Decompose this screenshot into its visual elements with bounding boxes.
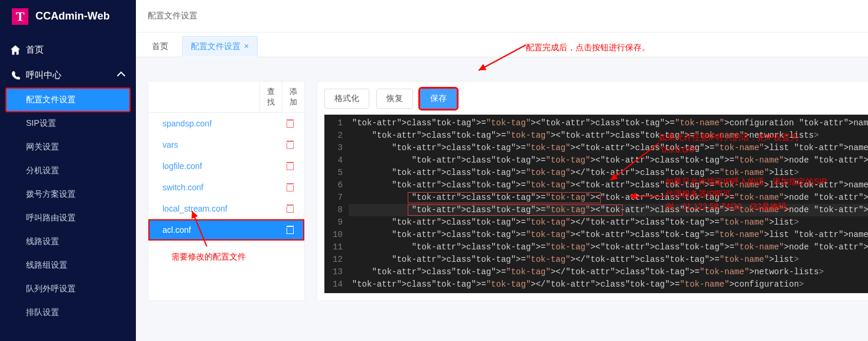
file-add-button[interactable]: 添加 [282, 82, 304, 112]
nav-sub-queueout[interactable]: 队列外呼设置 [0, 277, 136, 301]
breadcrumb: 配置文件设置 [136, 0, 868, 33]
tab-config[interactable]: 配置文件设置× [182, 36, 258, 57]
file-panel: 查找 添加 spandsp.conf vars logfile.conf swi… [148, 81, 305, 301]
nav-sub-sip[interactable]: SIP设置 [0, 112, 136, 135]
trash-icon[interactable] [287, 226, 295, 234]
file-item-label: spandsp.conf [162, 119, 212, 128]
file-item[interactable]: logfile.conf [148, 155, 304, 177]
trash-icon[interactable] [287, 204, 295, 213]
nav-submenu: 配置文件设置 SIP设置 网关设置 分机设置 拨号方案设置 呼叫路由设置 线路设… [0, 88, 136, 324]
trash-icon[interactable] [287, 162, 295, 170]
code-body[interactable]: "tok-attr">class"tok-tag">="tok-tag"><"t… [349, 115, 868, 293]
file-panel-head: 查找 添加 [148, 82, 304, 113]
editor-panel: 格式化 恢复 保存 1234567891011121314 "tok-attr"… [317, 81, 868, 301]
nav-home-label: 首页 [26, 44, 44, 56]
file-item[interactable]: spandsp.conf [148, 113, 304, 134]
sidebar: 首页 呼叫中心 配置文件设置 SIP设置 网关设置 分机设置 拨号方案设置 呼叫… [0, 33, 136, 341]
nav-sub-callroute[interactable]: 呼叫路由设置 [0, 206, 136, 230]
tabs: 首页 配置文件设置× [136, 33, 868, 57]
nav-sub-gateway[interactable]: 网关设置 [0, 135, 136, 159]
trash-icon[interactable] [287, 183, 295, 191]
file-item[interactable]: switch.conf [148, 177, 304, 198]
nav-sub-line[interactable]: 线路设置 [0, 230, 136, 254]
file-item-label: vars [162, 140, 178, 150]
workspace: 查找 添加 spandsp.conf vars logfile.conf swi… [136, 57, 868, 313]
file-item-label: logfile.conf [162, 161, 202, 171]
file-find-button[interactable]: 查找 [259, 82, 282, 112]
file-item-label: switch.conf [162, 183, 203, 192]
brand-logo: T [12, 8, 28, 25]
nav-callcenter[interactable]: 呼叫中心 [0, 63, 136, 88]
file-item-selected[interactable]: acl.conf [148, 219, 304, 241]
nav-sub-dialplan[interactable]: 拨号方案设置 [0, 183, 136, 206]
nav-sub-queue[interactable]: 排队设置 [0, 301, 136, 324]
file-search-input[interactable] [148, 82, 259, 112]
file-item-label: acl.conf [162, 225, 191, 235]
restore-button[interactable]: 恢复 [376, 89, 413, 109]
editor-toolbar: 格式化 恢复 保存 [324, 89, 868, 109]
brand: T CCAdmin-Web [0, 0, 136, 33]
tab-config-label: 配置文件设置 [191, 41, 240, 51]
gutter: 1234567891011121314 [324, 115, 349, 293]
topbar: T CCAdmin-Web 配置文件设置 [0, 0, 868, 33]
nav-sub-linegroup[interactable]: 线路组设置 [0, 254, 136, 277]
file-list: spandsp.conf vars logfile.conf switch.co… [148, 113, 304, 241]
content: 首页 配置文件设置× 查找 添加 spandsp.conf vars logfi… [136, 33, 868, 341]
nav-sub-extension[interactable]: 分机设置 [0, 159, 136, 183]
tab-home[interactable]: 首页 [143, 36, 177, 57]
home-icon [11, 46, 20, 55]
trash-icon[interactable] [287, 141, 295, 149]
file-item[interactable]: vars [148, 134, 304, 155]
save-button[interactable]: 保存 [420, 89, 457, 109]
tab-close-icon[interactable]: × [244, 41, 249, 51]
nav-callcenter-label: 呼叫中心 [26, 70, 61, 81]
file-item-label: local_stream.conf [162, 204, 227, 213]
trash-icon[interactable] [287, 119, 295, 128]
nav-home[interactable]: 首页 [0, 37, 136, 63]
format-button[interactable]: 格式化 [324, 89, 369, 109]
nav-sub-config[interactable]: 配置文件设置 [6, 88, 130, 112]
phone-icon [11, 71, 20, 80]
file-item[interactable]: local_stream.conf [148, 198, 304, 219]
brand-title: CCAdmin-Web [35, 10, 110, 22]
code-editor[interactable]: 1234567891011121314 "tok-attr">class"tok… [324, 115, 868, 293]
